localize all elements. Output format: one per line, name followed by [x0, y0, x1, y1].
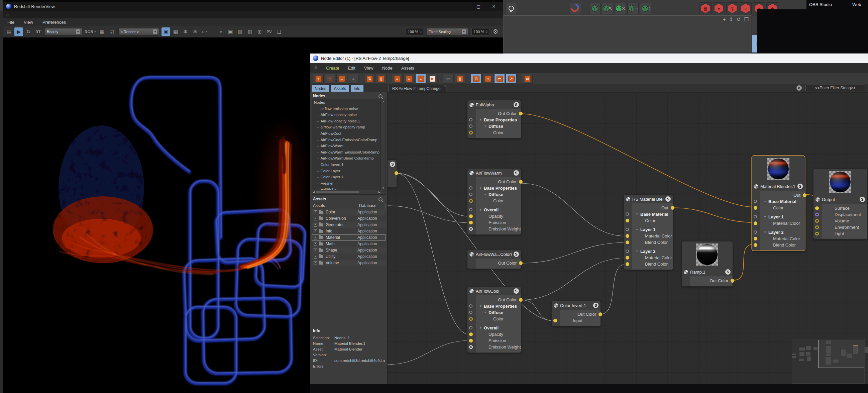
collapse-arrow-icon[interactable]: ▼: [764, 198, 766, 205]
expand-icon[interactable]: +: [314, 236, 317, 240]
graph-tab[interactable]: RS AirFlow-2 TempChange: [389, 85, 446, 92]
node-row[interactable]: Emission: [476, 337, 521, 344]
input-port[interactable]: [754, 206, 757, 210]
maximize-icon[interactable]: ▢: [474, 4, 483, 9]
zoom-level-spin[interactable]: 100 %▲▼: [406, 28, 423, 35]
layout-medium-icon[interactable]: ≡: [404, 73, 414, 84]
node-row[interactable]: ▼Diffuse: [476, 123, 521, 129]
rs-title-bar[interactable]: Redshift RenderView – ▢ ✕: [3, 0, 503, 11]
close-icon[interactable]: ✕: [489, 4, 499, 9]
collapse-arrow-icon[interactable]: ▼: [484, 191, 487, 198]
expand-icon[interactable]: +: [314, 223, 317, 227]
solo-badge[interactable]: S: [798, 184, 803, 189]
magnet-spline-icon[interactable]: [570, 3, 581, 14]
node-row[interactable]: Out Color: [690, 278, 733, 284]
input-port[interactable]: [815, 225, 819, 229]
node-header[interactable]: FullAlphaS: [467, 100, 521, 109]
dither-icon[interactable]: ▦: [98, 27, 106, 36]
node-row[interactable]: ▼Overall: [476, 325, 521, 331]
tree-item[interactable]: –AirFlow opacity noise.1: [312, 118, 385, 124]
remove-node-icon[interactable]: −: [325, 73, 335, 84]
cube-tool-icon-1[interactable]: [589, 3, 600, 14]
layout-full-icon[interactable]: ≡: [415, 73, 426, 84]
ne-menu-edit[interactable]: Edit: [348, 65, 355, 70]
scroll-up-icon[interactable]: ▲: [382, 100, 384, 103]
tree-item[interactable]: –AirFlowWarm: [312, 143, 385, 149]
asset-row-math[interactable]: +MathApplication: [312, 241, 385, 247]
collapse-arrow-icon[interactable]: ▼: [479, 207, 482, 213]
asset-row-utility[interactable]: +UtilityApplication: [312, 253, 385, 260]
pixel-probe-icon[interactable]: ⌖: [216, 27, 225, 36]
node-row[interactable]: Color: [476, 316, 521, 322]
asset-row-info[interactable]: +InfoApplication: [312, 228, 385, 235]
asset-row-generator[interactable]: +GeneratorApplication: [312, 222, 385, 228]
node-row[interactable]: Out: [632, 205, 673, 211]
output-port[interactable]: [671, 206, 674, 210]
pan-view-icon[interactable]: +: [723, 17, 726, 22]
output-port[interactable]: [519, 180, 523, 184]
collapse-arrow-icon[interactable]: ▼: [636, 226, 638, 233]
input-port[interactable]: [626, 228, 629, 231]
node-row[interactable]: Input: [560, 318, 600, 324]
snapshot-group-icon[interactable]: ❄: [191, 27, 199, 36]
node-header[interactable]: Ramp.1S: [682, 268, 733, 276]
solo-badge[interactable]: S: [390, 161, 395, 167]
collapse-arrow-icon[interactable]: ▼: [636, 248, 638, 254]
expand-icon[interactable]: +: [314, 217, 317, 220]
node-row[interactable]: Color: [476, 129, 521, 136]
node-row[interactable]: ▼Diffuse: [476, 191, 521, 198]
tree-item[interactable]: –airflow emission noise: [312, 106, 385, 112]
input-port[interactable]: [626, 219, 629, 222]
snapshot-stack-icon[interactable]: ▥: [245, 27, 254, 36]
node-row[interactable]: Blend Color: [760, 242, 805, 248]
preview-toggle-icon[interactable]: ▶: [427, 73, 438, 84]
graph-node-airflowwarm-colorramp[interactable]: AirFlowWa...ColorRampSOut Color: [467, 250, 521, 269]
asset-row-shape[interactable]: +ShapeApplication: [312, 247, 385, 253]
fit-view-icon[interactable]: ▣: [226, 27, 235, 36]
input-port[interactable]: [469, 311, 472, 314]
tree-item[interactable]: –airflow warm opacity ramp: [312, 124, 385, 130]
node-row[interactable]: Out Color: [476, 260, 521, 266]
collapse-ports-icon[interactable]: ▭: [443, 73, 454, 84]
input-port[interactable]: [469, 124, 472, 128]
input-port[interactable]: [469, 332, 473, 336]
search-icon[interactable]: [378, 94, 382, 98]
clear-filter-icon[interactable]: ✕: [797, 85, 802, 91]
collapse-arrow-icon[interactable]: ▼: [479, 303, 482, 309]
node-header[interactable]: S: [388, 160, 397, 169]
node-row[interactable]: ▼Layer 1: [760, 214, 805, 220]
node-row[interactable]: ▼Base Properties: [476, 303, 521, 309]
rotate-view-icon[interactable]: ↺: [737, 17, 741, 22]
tree-item[interactable]: –AirFlow opacity noise: [312, 112, 385, 118]
tree-item[interactable]: –Color Layer.1: [312, 174, 385, 180]
input-port[interactable]: [469, 304, 472, 308]
node-row[interactable]: Emission: [476, 219, 521, 226]
rgb-channel-icon[interactable]: RGB▼: [85, 27, 97, 36]
rs-menu-file[interactable]: File: [7, 20, 14, 25]
graph-node-airflowcool[interactable]: AirFlowCoolSOut Color▼Base Properties▼Di…: [467, 286, 521, 353]
node-row[interactable]: ▼Layer 1: [632, 226, 673, 233]
node-graph-canvas[interactable]: SFullAlphaSOut Color▼Base Properties▼Dif…: [388, 92, 868, 384]
layout-compact-icon[interactable]: ≡: [392, 73, 403, 84]
scroll-left-icon[interactable]: ◀: [313, 191, 315, 194]
node-row[interactable]: Out Color: [560, 311, 600, 318]
export-file-icon[interactable]: ❏: [275, 27, 283, 36]
collapse-arrow-icon[interactable]: ▼: [479, 325, 482, 331]
tab-nodes[interactable]: Nodes: [311, 85, 330, 92]
restart-render-icon[interactable]: ↻: [24, 27, 33, 36]
tree-item[interactable]: –Color Layer: [312, 168, 385, 174]
node-row[interactable]: Out Color: [476, 110, 521, 117]
add-snapshot-icon[interactable]: ⊞: [255, 27, 264, 36]
input-port[interactable]: [815, 206, 819, 210]
display-scale-spin[interactable]: 100 %▲▼: [471, 28, 489, 35]
input-port[interactable]: [754, 215, 757, 218]
node-header[interactable]: AirFlowWarmS: [467, 169, 521, 177]
red-deformer-icon-3[interactable]: ◎: [726, 2, 738, 14]
add-node-icon[interactable]: +: [313, 73, 324, 84]
zoom-view-icon[interactable]: ⇕: [729, 17, 733, 22]
node-header[interactable]: AirFlowWa...ColorRampS: [467, 250, 521, 259]
output-port[interactable]: [598, 312, 602, 316]
node-row[interactable]: Out Color: [476, 297, 521, 303]
collapse-arrow-icon[interactable]: ▼: [764, 229, 766, 236]
graph-node-rs-material-blender[interactable]: RS Material Blender.1SOut▼Base MaterialC…: [624, 195, 673, 270]
